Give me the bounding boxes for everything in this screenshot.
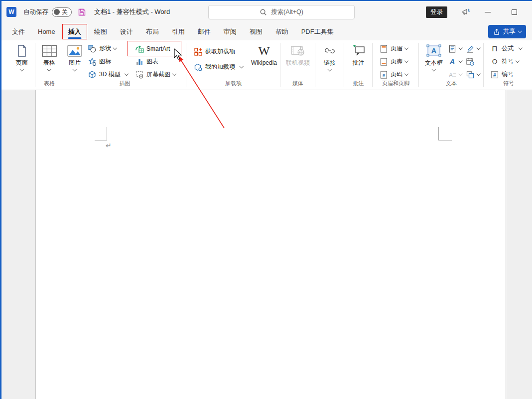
icons-button[interactable]: 图标 <box>86 56 133 67</box>
share-label: 共享 <box>503 27 516 36</box>
3d-models-label: 3D 模型 <box>99 70 121 79</box>
search-input[interactable]: 搜索(Alt+Q) <box>208 5 355 19</box>
share-icon <box>493 28 500 35</box>
tab-layout[interactable]: 布局 <box>139 23 165 40</box>
tab-help[interactable]: 帮助 <box>269 23 295 40</box>
save-button[interactable] <box>78 8 86 16</box>
icons-label: 图标 <box>99 57 111 66</box>
online-video-label: 联机视频 <box>286 60 310 66</box>
links-button[interactable]: 链接 <box>315 40 344 71</box>
object-icon <box>466 70 475 79</box>
get-addins-button[interactable]: 获取加载项 <box>192 46 248 57</box>
signin-button[interactable]: 登录 <box>426 6 447 18</box>
date-time-button[interactable] <box>464 56 483 67</box>
pages-button[interactable]: 页面 <box>8 40 35 71</box>
tab-mailings[interactable]: 邮件 <box>191 23 217 40</box>
tab-design[interactable]: 设计 <box>114 23 139 40</box>
equation-button[interactable]: Π 公式 <box>489 43 532 54</box>
header-icon <box>379 44 388 53</box>
table-button-label: 表格 <box>43 60 55 66</box>
share-button[interactable]: 共享 <box>488 25 527 38</box>
online-video-icon <box>291 43 305 58</box>
word-app-icon[interactable]: W <box>6 7 16 17</box>
header-button[interactable]: 页眉 <box>378 43 419 54</box>
picture-icon <box>67 43 82 58</box>
ribbon-group-text: A 文本框 <box>419 40 484 90</box>
quick-parts-button[interactable] <box>446 43 464 54</box>
chevron-down-icon <box>516 59 520 63</box>
tab-home[interactable]: Home <box>31 23 62 40</box>
chart-label: 图表 <box>146 57 158 66</box>
picture-button-label: 图片 <box>69 60 81 66</box>
chevron-down-icon <box>404 46 408 50</box>
svg-text:A: A <box>449 72 453 78</box>
tab-review[interactable]: 审阅 <box>217 23 243 40</box>
footer-label: 页脚 <box>391 57 402 66</box>
page-corner-mark-top-right <box>438 127 452 140</box>
screenshot-icon <box>135 70 144 79</box>
object-button[interactable] <box>464 69 483 80</box>
symbol-button[interactable]: Ω 符号 <box>489 56 532 67</box>
chart-button[interactable]: 图表 <box>133 56 177 67</box>
tab-draw[interactable]: 绘图 <box>88 23 114 40</box>
chevron-down-icon <box>20 67 24 71</box>
ribbon-group-symbols: Π 公式 Ω 符号 # 编号 <box>484 40 532 90</box>
links-label: 链接 <box>324 60 336 66</box>
tab-mailings-label: 邮件 <box>198 27 211 36</box>
smartart-button[interactable]: SmartArt <box>133 43 177 54</box>
equation-icon: Π <box>490 44 499 53</box>
document-area: ↵ <box>1 90 532 399</box>
tab-file[interactable]: 文件 <box>5 23 31 40</box>
tab-insert[interactable]: 插入 <box>62 23 88 40</box>
group-label-text: 文本 <box>419 80 484 87</box>
screenshot-button[interactable]: 屏幕截图 <box>133 69 177 80</box>
group-label-symbols: 符号 <box>484 80 532 87</box>
chevron-down-icon <box>73 67 77 71</box>
footer-icon <box>379 57 388 66</box>
3d-models-button[interactable]: 3D 模型 <box>86 69 133 80</box>
page-number-button[interactable]: # 页码 <box>378 69 419 80</box>
chevron-down-icon <box>459 59 463 63</box>
screenshot-label: 屏幕截图 <box>146 70 170 79</box>
title-bar: W 自动保存 关 文档1 - 兼容性模式 - Word 搜索(Alt+Q) <box>1 1 532 23</box>
my-addins-button[interactable]: 我的加载项 <box>192 62 248 72</box>
wordart-button[interactable]: A <box>446 56 464 67</box>
maximize-button[interactable] <box>512 9 517 15</box>
my-addins-label: 我的加载项 <box>205 63 235 71</box>
chevron-down-icon <box>125 72 129 76</box>
textbox-label: 文本框 <box>425 60 443 66</box>
autosave-toggle-knob <box>54 9 60 15</box>
tab-file-label: 文件 <box>12 27 25 36</box>
search-placeholder: 搜索(Alt+Q) <box>271 8 303 16</box>
ribbon-group-tables: 表格 表格 <box>35 40 63 90</box>
signin-label: 登录 <box>430 8 443 16</box>
symbols-column: Π 公式 Ω 符号 # 编号 <box>484 40 532 80</box>
tab-pdf-tools[interactable]: PDF工具集 <box>295 23 340 40</box>
footer-button[interactable]: 页脚 <box>378 56 419 67</box>
tab-references[interactable]: 引用 <box>165 23 191 40</box>
comment-button[interactable]: 批注 <box>344 40 373 66</box>
minimize-button[interactable] <box>485 12 491 12</box>
table-icon <box>42 43 57 58</box>
tab-home-label: Home <box>38 28 55 35</box>
get-addins-label: 获取加载项 <box>205 47 235 56</box>
shapes-button[interactable]: 形状 <box>86 43 133 54</box>
feedback-button[interactable] <box>461 7 471 16</box>
number-button[interactable]: # 编号 <box>489 69 532 80</box>
textbox-icon: A <box>426 43 442 58</box>
tab-view[interactable]: 视图 <box>243 23 269 40</box>
autosave-toggle[interactable]: 关 <box>52 7 72 17</box>
save-icon <box>78 8 86 16</box>
comment-button-label: 批注 <box>353 60 365 66</box>
symbol-label: 符号 <box>502 57 514 66</box>
signature-line-button[interactable] <box>464 43 483 54</box>
addin-hexagon-icon <box>194 63 203 71</box>
icons-icon <box>88 57 97 66</box>
ribbon-group-comments: 批注 批注 <box>344 40 373 90</box>
ribbon-tab-row: 文件 Home 插入 绘图 设计 布局 引用 邮件 审阅 视图 帮助 PDF工具… <box>1 23 532 40</box>
group-label-media: 媒体 <box>280 80 315 87</box>
quick-parts-icon <box>448 44 457 53</box>
table-button[interactable]: 表格 <box>35 40 63 71</box>
chevron-down-icon <box>404 59 408 63</box>
header-label: 页眉 <box>391 44 402 53</box>
